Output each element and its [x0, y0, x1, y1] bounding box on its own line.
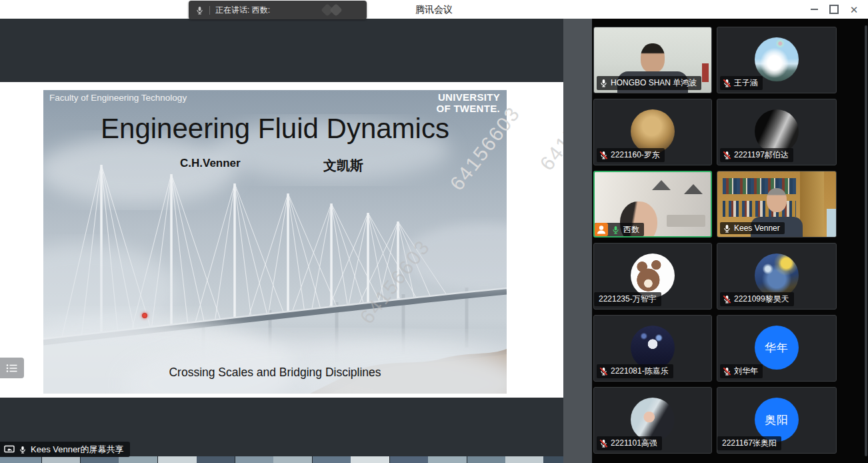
- screen-share-icon: [4, 445, 15, 454]
- participant-tile[interactable]: 2221101高强: [593, 387, 712, 454]
- participant-tile[interactable]: 华年 刘华年: [717, 315, 837, 382]
- maximize-button[interactable]: [824, 0, 844, 19]
- shared-document-page: Faculty of Engineering Technology UNIVER…: [0, 82, 563, 398]
- author-english: C.H.Venner: [180, 157, 241, 170]
- laser-pointer-dot: [142, 313, 147, 318]
- participant-tile[interactable]: 2221081-陈嘉乐: [593, 315, 712, 382]
- participant-name-tag: 2221101高强: [597, 436, 662, 450]
- share-status-text: Kees Venner的屏幕共享: [31, 444, 123, 456]
- participant-name-tag: 刘华年: [720, 364, 763, 378]
- participant-name-tag: 2221099黎昊天: [720, 292, 794, 306]
- minimize-button[interactable]: [804, 0, 824, 19]
- avatar: [755, 109, 799, 153]
- participant-name: 2221160-罗东: [611, 149, 660, 161]
- participant-name-tag: 王子涵: [720, 76, 763, 90]
- avatar: [631, 254, 675, 298]
- participant-name: 刘华年: [734, 366, 758, 377]
- participants-panel: HONGBO SHAN 单鸿波 王子涵 2221160-罗东: [592, 19, 868, 463]
- participant-name-tag: Kees Venner: [720, 222, 785, 234]
- participant-tile[interactable]: 王子涵: [717, 27, 837, 93]
- avatar: [631, 398, 675, 442]
- participant-tile[interactable]: 奥阳 2221167张奥阳: [717, 387, 837, 454]
- participant-name-tag: 2221160-罗东: [597, 148, 665, 162]
- screen-share-status-badge: Kees Venner的屏幕共享: [0, 442, 130, 457]
- mic-on-icon: [599, 79, 608, 87]
- participant-name: 2221101高强: [611, 438, 657, 449]
- participant-name: 2221235-万智宇: [599, 294, 657, 305]
- divider: [209, 6, 210, 15]
- close-button[interactable]: ✕: [844, 0, 864, 19]
- avatar-initials: 奥阳: [755, 398, 799, 442]
- mic-on-icon: [723, 224, 731, 233]
- participant-name: 2221081-陈嘉乐: [611, 366, 669, 377]
- slide-authors: C.H.Venner 文凯斯: [43, 157, 507, 174]
- participant-tile[interactable]: 2221160-罗东: [593, 99, 712, 165]
- screen-share-area: Faculty of Engineering Technology UNIVER…: [0, 19, 563, 463]
- avatar: [631, 326, 675, 370]
- participant-tile[interactable]: Kees Venner: [717, 171, 837, 238]
- avatar: [755, 37, 799, 81]
- participant-name: HONGBO SHAN 单鸿波: [611, 77, 697, 89]
- avatar-initials-text: 华年: [765, 340, 789, 356]
- avatar-initials-text: 奥阳: [765, 412, 789, 428]
- mic-icon: [19, 446, 27, 454]
- participant-grid: HONGBO SHAN 单鸿波 王子涵 2221160-罗东: [593, 27, 837, 454]
- meeting-logo-icon: [319, 4, 348, 16]
- participant-tile-active-speaker[interactable]: 西数: [593, 171, 712, 238]
- mic-icon: [195, 6, 204, 15]
- mic-muted-icon: [723, 367, 731, 376]
- participant-name-tag: 西数: [595, 223, 644, 236]
- os-taskbar-sliver: [0, 456, 568, 463]
- avatar: [755, 254, 799, 298]
- mic-speaking-icon: [611, 225, 620, 234]
- mic-muted-icon: [723, 79, 731, 87]
- list-icon: [6, 364, 18, 373]
- meeting-main-area: Faculty of Engineering Technology UNIVER…: [0, 19, 868, 463]
- participant-name-tag: HONGBO SHAN 单鸿波: [597, 76, 701, 90]
- participant-name-tag: 2221235-万智宇: [594, 292, 661, 306]
- avatar: [631, 109, 675, 153]
- slide-subtitle: Crossing Scales and Bridging Disciplines: [43, 366, 507, 380]
- participant-name: Kees Venner: [734, 223, 780, 233]
- tencent-meeting-window: 腾讯会议 ✕ 正在讲话: 西数:: [0, 0, 868, 463]
- slide-faculty-text: Faculty of Engineering Technology: [49, 93, 187, 103]
- university-line1: UNIVERSITY: [437, 92, 501, 103]
- watermark: 64156603: [535, 82, 563, 175]
- participant-name: 2221099黎昊天: [734, 294, 789, 305]
- participant-name: 2221167张奥阳: [722, 438, 777, 449]
- titlebar: 腾讯会议 ✕: [0, 0, 868, 19]
- participant-name: 2221197郝伯达: [734, 149, 789, 161]
- panel-divider-gutter: [563, 19, 592, 463]
- participant-name: 王子涵: [734, 77, 758, 89]
- speaking-indicator-label: 正在讲话: 西数:: [215, 5, 270, 16]
- participant-name-tag: 2221197郝伯达: [720, 148, 793, 162]
- speaking-indicator-pill: 正在讲话: 西数:: [189, 1, 367, 19]
- window-controls: ✕: [804, 0, 864, 19]
- slide-university-logo-text: UNIVERSITY OF TWENTE.: [437, 92, 501, 114]
- participant-name-tag: 2221081-陈嘉乐: [597, 364, 673, 378]
- mic-muted-icon: [723, 151, 731, 159]
- mic-muted-icon: [723, 295, 731, 304]
- annotation-panel-toggle-button[interactable]: [0, 358, 24, 378]
- mic-muted-icon: [599, 151, 608, 159]
- author-chinese: 文凯斯: [323, 157, 363, 175]
- participants-scrollbar[interactable]: [865, 25, 867, 456]
- participant-name: 西数: [623, 224, 639, 236]
- avatar-initials: 华年: [755, 326, 799, 370]
- participant-tile[interactable]: 2221099黎昊天: [717, 243, 837, 310]
- mic-muted-icon: [599, 439, 608, 448]
- participant-tile[interactable]: HONGBO SHAN 单鸿波: [593, 27, 712, 93]
- slide-title: Engineering Fluid Dynamics: [43, 113, 507, 145]
- participant-name-tag: 2221167张奥阳: [717, 436, 781, 450]
- participant-tile[interactable]: 2221235-万智宇: [593, 243, 712, 310]
- user-badge-icon: [595, 223, 608, 236]
- app-title: 腾讯会议: [0, 0, 868, 19]
- presentation-slide: Faculty of Engineering Technology UNIVER…: [43, 90, 507, 394]
- mic-muted-icon: [599, 367, 608, 376]
- participant-tile[interactable]: 2221197郝伯达: [717, 99, 837, 165]
